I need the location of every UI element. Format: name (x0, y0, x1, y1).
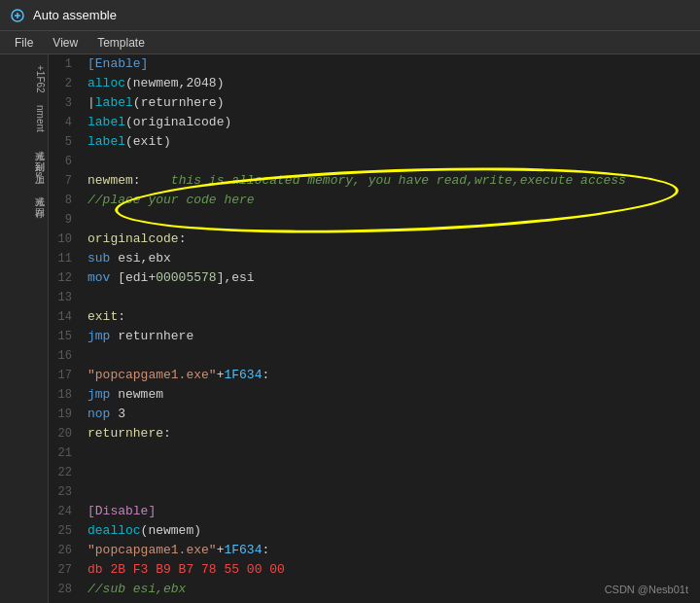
code-line-5: 5 label(exit) (49, 132, 700, 152)
sidebar-item-4[interactable]: 加上es (0, 160, 48, 183)
menu-bar: File View Template (0, 31, 700, 54)
code-editor[interactable]: 1 [Enable] 2 alloc(newmem,2048) 3 |label… (49, 54, 700, 603)
code-line-22: 22 (49, 463, 700, 482)
code-line-11: 11 sub esi,ebx (49, 249, 700, 268)
code-line-24: 24 [Disable] (49, 502, 700, 521)
sidebar-item-2[interactable]: 光减 (0, 137, 48, 149)
sidebar-item-6[interactable]: 存回 (0, 195, 48, 206)
code-line-1: 1 [Enable] (49, 54, 700, 74)
code-line-6: 6 (49, 152, 700, 171)
code-line-27: 27 db 2B F3 B9 B7 78 55 00 00 (49, 560, 700, 580)
code-line-25: 25 dealloc(newmem) (49, 521, 700, 541)
code-line-28: 28 //sub esi,ebx (49, 580, 700, 599)
code-line-23: 23 (49, 482, 700, 502)
menu-file[interactable]: File (5, 31, 43, 54)
code-line-17: 17 "popcapgame1.exe"+1F634: (49, 366, 700, 385)
code-line-9: 9 (49, 210, 700, 230)
code-line-19: 19 nop 3 (49, 405, 700, 424)
code-line-20: 20 returnhere: (49, 424, 700, 443)
sidebar-item-0[interactable]: +1F62 (0, 59, 48, 99)
code-line-21: 21 (49, 443, 700, 463)
code-line-7: 7 newmem: this is allocated memory, you … (49, 171, 700, 191)
window-title: Auto assemble (33, 8, 117, 22)
menu-template[interactable]: Template (88, 31, 155, 54)
code-line-18: 18 jmp newmem (49, 385, 700, 405)
code-line-12: 12 mov [edi+00005578],esi (49, 268, 700, 288)
code-line-8: 8 //place your code here (49, 191, 700, 210)
code-line-14: 14 exit: (49, 307, 700, 327)
code-line-2: 2 alloc(newmem,2048) (49, 74, 700, 93)
sidebar-item-5[interactable]: 光减 (0, 183, 48, 195)
code-line-4: 4 label(originalcode) (49, 113, 700, 132)
sidebar-item-1[interactable]: nment (0, 99, 48, 138)
sidebar: +1F62 nment 光减 到到 加上es 光减 存回 (0, 54, 49, 603)
title-bar: Auto assemble (0, 0, 700, 31)
menu-view[interactable]: View (43, 31, 88, 54)
app-icon (10, 8, 25, 23)
code-line-16: 16 (49, 346, 700, 366)
code-line-13: 13 (49, 288, 700, 307)
code-line-29: 29 //mov [edi+00005578],esi (49, 599, 700, 603)
sidebar-item-3[interactable]: 到到 (0, 149, 48, 160)
main-content: +1F62 nment 光减 到到 加上es 光减 存回 1 [Enable] … (0, 54, 700, 603)
code-line-26: 26 "popcapgame1.exe"+1F634: (49, 541, 700, 560)
code-line-15: 15 jmp returnhere (49, 327, 700, 346)
code-line-10: 10 originalcode: (49, 230, 700, 249)
watermark: CSDN @Nesb01t (605, 584, 688, 595)
code-line-3: 3 |label(returnhere) (49, 93, 700, 113)
